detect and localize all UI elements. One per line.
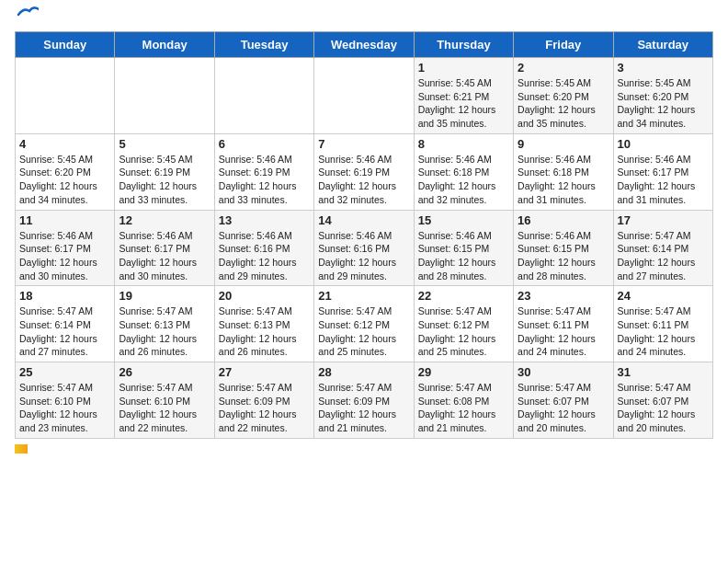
day-number: 23 [518, 289, 609, 303]
calendar-cell: 9Sunrise: 5:46 AMSunset: 6:18 PMDaylight… [514, 133, 613, 210]
day-info: Sunrise: 5:45 AMSunset: 6:20 PMDaylight:… [518, 76, 609, 131]
day-number: 21 [318, 289, 409, 303]
day-info: Sunrise: 5:47 AMSunset: 6:12 PMDaylight:… [318, 304, 409, 359]
weekday-header-friday: Friday [514, 32, 613, 58]
daylight-icon [15, 444, 28, 454]
day-number: 20 [219, 289, 310, 303]
weekday-header-sunday: Sunday [16, 32, 115, 58]
logo-bird-icon [17, 6, 39, 22]
day-number: 1 [418, 61, 509, 75]
day-number: 30 [518, 365, 609, 379]
page-header [15, 15, 713, 22]
weekday-header-row: SundayMondayTuesdayWednesdayThursdayFrid… [16, 32, 713, 58]
calendar-cell: 15Sunrise: 5:46 AMSunset: 6:15 PMDayligh… [414, 210, 513, 286]
day-number: 4 [19, 137, 110, 151]
calendar-cell: 10Sunrise: 5:46 AMSunset: 6:17 PMDayligh… [613, 133, 712, 210]
day-info: Sunrise: 5:46 AMSunset: 6:16 PMDaylight:… [318, 229, 409, 283]
day-number: 15 [418, 213, 509, 227]
calendar-cell: 12Sunrise: 5:46 AMSunset: 6:17 PMDayligh… [115, 210, 214, 286]
calendar-week-row: 1Sunrise: 5:45 AMSunset: 6:21 PMDaylight… [16, 58, 713, 134]
day-info: Sunrise: 5:45 AMSunset: 6:20 PMDaylight:… [19, 153, 110, 207]
day-info: Sunrise: 5:47 AMSunset: 6:13 PMDaylight:… [219, 304, 310, 359]
day-info: Sunrise: 5:46 AMSunset: 6:19 PMDaylight:… [219, 153, 310, 207]
logo [15, 15, 39, 22]
calendar-cell: 4Sunrise: 5:45 AMSunset: 6:20 PMDaylight… [16, 133, 115, 210]
day-number: 9 [518, 137, 609, 151]
day-info: Sunrise: 5:46 AMSunset: 6:19 PMDaylight:… [318, 153, 409, 207]
calendar-cell: 18Sunrise: 5:47 AMSunset: 6:14 PMDayligh… [16, 286, 115, 362]
calendar-cell: 31Sunrise: 5:47 AMSunset: 6:07 PMDayligh… [613, 362, 712, 439]
day-info: Sunrise: 5:46 AMSunset: 6:15 PMDaylight:… [418, 229, 509, 283]
day-info: Sunrise: 5:47 AMSunset: 6:08 PMDaylight:… [418, 381, 509, 435]
day-info: Sunrise: 5:46 AMSunset: 6:16 PMDaylight:… [219, 229, 310, 283]
day-number: 13 [219, 213, 310, 227]
weekday-header-wednesday: Wednesday [314, 32, 414, 58]
calendar-cell: 13Sunrise: 5:46 AMSunset: 6:16 PMDayligh… [214, 210, 313, 286]
day-number: 25 [19, 365, 110, 379]
day-number: 28 [318, 365, 409, 379]
day-number: 31 [618, 365, 709, 379]
calendar-table: SundayMondayTuesdayWednesdayThursdayFrid… [15, 31, 713, 439]
day-number: 11 [19, 213, 110, 227]
day-info: Sunrise: 5:45 AMSunset: 6:21 PMDaylight:… [418, 76, 509, 131]
calendar-cell: 1Sunrise: 5:45 AMSunset: 6:21 PMDaylight… [414, 58, 513, 134]
day-info: Sunrise: 5:45 AMSunset: 6:20 PMDaylight:… [618, 76, 709, 131]
calendar-week-row: 4Sunrise: 5:45 AMSunset: 6:20 PMDaylight… [16, 133, 713, 210]
calendar-cell: 16Sunrise: 5:46 AMSunset: 6:15 PMDayligh… [514, 210, 613, 286]
calendar-cell: 28Sunrise: 5:47 AMSunset: 6:09 PMDayligh… [314, 362, 414, 439]
calendar-week-row: 18Sunrise: 5:47 AMSunset: 6:14 PMDayligh… [16, 286, 713, 362]
day-info: Sunrise: 5:47 AMSunset: 6:09 PMDaylight:… [219, 381, 310, 435]
calendar-cell: 2Sunrise: 5:45 AMSunset: 6:20 PMDaylight… [514, 58, 613, 134]
calendar-cell: 24Sunrise: 5:47 AMSunset: 6:11 PMDayligh… [613, 286, 712, 362]
day-info: Sunrise: 5:47 AMSunset: 6:10 PMDaylight:… [19, 381, 110, 435]
day-number: 7 [318, 137, 409, 151]
day-number: 14 [318, 213, 409, 227]
calendar-cell: 21Sunrise: 5:47 AMSunset: 6:12 PMDayligh… [314, 286, 414, 362]
calendar-cell: 8Sunrise: 5:46 AMSunset: 6:18 PMDaylight… [414, 133, 513, 210]
footer [15, 444, 713, 454]
day-info: Sunrise: 5:45 AMSunset: 6:19 PMDaylight:… [119, 153, 210, 207]
day-number: 3 [618, 61, 709, 75]
day-info: Sunrise: 5:47 AMSunset: 6:14 PMDaylight:… [618, 229, 709, 283]
day-info: Sunrise: 5:46 AMSunset: 6:18 PMDaylight:… [518, 153, 609, 207]
day-number: 8 [418, 137, 509, 151]
calendar-cell [214, 58, 313, 134]
calendar-cell: 7Sunrise: 5:46 AMSunset: 6:19 PMDaylight… [314, 133, 414, 210]
day-info: Sunrise: 5:47 AMSunset: 6:11 PMDaylight:… [618, 304, 709, 359]
calendar-cell: 11Sunrise: 5:46 AMSunset: 6:17 PMDayligh… [16, 210, 115, 286]
day-info: Sunrise: 5:47 AMSunset: 6:14 PMDaylight:… [19, 304, 110, 359]
calendar-cell [115, 58, 214, 134]
day-info: Sunrise: 5:47 AMSunset: 6:07 PMDaylight:… [618, 381, 709, 435]
calendar-cell: 19Sunrise: 5:47 AMSunset: 6:13 PMDayligh… [115, 286, 214, 362]
calendar-cell: 25Sunrise: 5:47 AMSunset: 6:10 PMDayligh… [16, 362, 115, 439]
day-number: 16 [518, 213, 609, 227]
calendar-cell: 6Sunrise: 5:46 AMSunset: 6:19 PMDaylight… [214, 133, 313, 210]
day-info: Sunrise: 5:46 AMSunset: 6:17 PMDaylight:… [618, 153, 709, 207]
day-info: Sunrise: 5:47 AMSunset: 6:07 PMDaylight:… [518, 381, 609, 435]
weekday-header-saturday: Saturday [613, 32, 712, 58]
calendar-cell: 26Sunrise: 5:47 AMSunset: 6:10 PMDayligh… [115, 362, 214, 439]
calendar-cell: 3Sunrise: 5:45 AMSunset: 6:20 PMDaylight… [613, 58, 712, 134]
day-number: 5 [119, 137, 210, 151]
day-number: 6 [219, 137, 310, 151]
day-info: Sunrise: 5:47 AMSunset: 6:09 PMDaylight:… [318, 381, 409, 435]
calendar-cell: 23Sunrise: 5:47 AMSunset: 6:11 PMDayligh… [514, 286, 613, 362]
day-number: 12 [119, 213, 210, 227]
day-info: Sunrise: 5:47 AMSunset: 6:11 PMDaylight:… [518, 304, 609, 359]
calendar-cell: 17Sunrise: 5:47 AMSunset: 6:14 PMDayligh… [613, 210, 712, 286]
day-number: 27 [219, 365, 310, 379]
calendar-week-row: 25Sunrise: 5:47 AMSunset: 6:10 PMDayligh… [16, 362, 713, 439]
day-number: 10 [618, 137, 709, 151]
calendar-cell: 14Sunrise: 5:46 AMSunset: 6:16 PMDayligh… [314, 210, 414, 286]
weekday-header-monday: Monday [115, 32, 214, 58]
weekday-header-thursday: Thursday [414, 32, 513, 58]
day-info: Sunrise: 5:46 AMSunset: 6:15 PMDaylight:… [518, 229, 609, 283]
day-number: 22 [418, 289, 509, 303]
calendar-cell [16, 58, 115, 134]
day-info: Sunrise: 5:47 AMSunset: 6:10 PMDaylight:… [119, 381, 210, 435]
day-info: Sunrise: 5:46 AMSunset: 6:18 PMDaylight:… [418, 153, 509, 207]
day-number: 24 [618, 289, 709, 303]
calendar-cell: 27Sunrise: 5:47 AMSunset: 6:09 PMDayligh… [214, 362, 313, 439]
day-number: 2 [518, 61, 609, 75]
calendar-cell: 29Sunrise: 5:47 AMSunset: 6:08 PMDayligh… [414, 362, 513, 439]
